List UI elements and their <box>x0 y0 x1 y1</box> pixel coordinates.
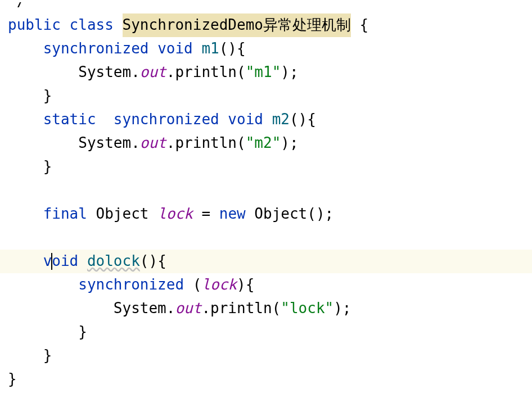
code-line[interactable]: } <box>8 320 532 344</box>
parens: (){ <box>140 250 166 273</box>
stmt-end: ); <box>281 132 298 155</box>
keyword-synchronized: synchronized <box>78 273 184 297</box>
brace: } <box>78 320 87 344</box>
code-editor[interactable]: */ public class SynchronizedDemo异常处理机制 {… <box>0 0 532 391</box>
keyword-synchronized: synchronized <box>114 108 219 132</box>
code-line-current[interactable]: void dolock(){ <box>0 250 532 273</box>
out-field: out <box>140 61 166 84</box>
brace: } <box>8 368 17 391</box>
string-literal: "m1" <box>246 61 281 84</box>
parens: (){ <box>219 37 246 61</box>
keyword-new: new <box>219 202 246 226</box>
keyword-void-oid: oid <box>52 250 78 273</box>
brace: { <box>351 13 368 37</box>
code-line[interactable]: System.out.println("m1"); <box>8 61 532 84</box>
println-call: .println( <box>201 297 281 320</box>
code-line[interactable]: } <box>8 84 532 108</box>
println-call: .println( <box>166 132 246 155</box>
code-line[interactable]: */ <box>8 2 532 13</box>
code-line-empty[interactable] <box>8 179 532 202</box>
code-line[interactable]: final Object lock = new Object(); <box>8 202 532 226</box>
keyword-class: class <box>70 13 114 37</box>
code-line[interactable]: } <box>8 155 532 179</box>
brace: } <box>43 155 52 179</box>
code-line[interactable]: System.out.println("lock"); <box>8 297 532 320</box>
keyword-void: void <box>228 108 263 132</box>
parens: (){ <box>290 108 316 132</box>
field-name: lock <box>157 202 193 226</box>
string-literal: "m2" <box>246 132 281 155</box>
code-line-empty[interactable] <box>8 226 532 250</box>
out-field: out <box>140 132 166 155</box>
code-line[interactable]: synchronized void m1(){ <box>8 37 532 61</box>
type-name: Object <box>96 202 149 226</box>
string-literal: "lock" <box>281 297 333 320</box>
code-line[interactable]: } <box>8 368 532 391</box>
system-ref: System. <box>78 132 140 155</box>
keyword-void: void <box>157 37 193 61</box>
comment-end: */ <box>8 2 25 13</box>
stmt-end: ); <box>333 297 351 320</box>
field-ref: lock <box>201 273 237 297</box>
code-line[interactable]: static synchronized void m2(){ <box>8 108 532 132</box>
system-ref: System. <box>114 297 175 320</box>
code-line[interactable]: System.out.println("m2"); <box>8 132 532 155</box>
stmt-end: ); <box>281 61 298 84</box>
keyword-final: final <box>43 202 87 226</box>
keyword-void-v: v <box>43 250 52 273</box>
code-line[interactable]: } <box>8 344 532 368</box>
out-field: out <box>175 297 201 320</box>
code-line[interactable]: public class SynchronizedDemo异常处理机制 { <box>8 13 532 37</box>
method-name: m2 <box>272 108 290 132</box>
println-call: .println( <box>166 61 246 84</box>
keyword-synchronized: synchronized <box>43 37 149 61</box>
constructor-call: Object(); <box>246 202 334 226</box>
system-ref: System. <box>78 61 140 84</box>
class-name-highlighted: SynchronizedDemo异常处理机制 <box>123 13 351 37</box>
code-line[interactable]: synchronized (lock){ <box>8 273 532 297</box>
brace: } <box>43 84 52 108</box>
brace: } <box>43 344 52 368</box>
keyword-public: public <box>8 13 61 37</box>
keyword-static: static <box>43 108 96 132</box>
method-name: m1 <box>201 37 219 61</box>
method-name-warning: dolock <box>87 250 140 273</box>
